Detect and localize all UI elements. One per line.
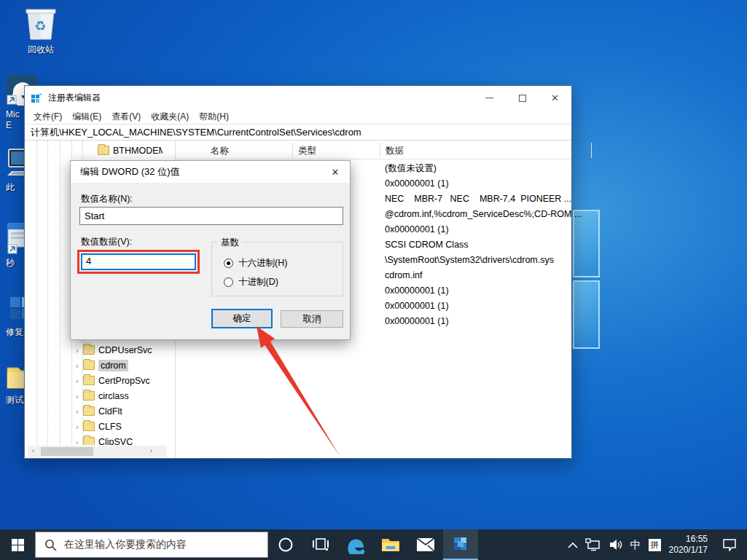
ok-button[interactable]: 确定 [211, 309, 273, 328]
taskbar-clock[interactable]: 16:55 2020/1/17 [665, 534, 712, 556]
mail-button[interactable] [408, 529, 443, 560]
minimize-button[interactable] [473, 86, 506, 110]
column-divider[interactable] [292, 143, 293, 158]
taskbar: 在这里输入你要搜索的内容 [0, 529, 747, 560]
regedit-taskbar-button[interactable] [443, 529, 478, 560]
list-header: 名称 类型 数据 [176, 141, 571, 159]
value-row-data[interactable]: 0x00000001 (1) [385, 299, 449, 314]
expand-chevron-icon[interactable]: › [76, 422, 83, 431]
windows-logo-icon [12, 539, 24, 551]
value-name-label: 数值名称(N): [81, 193, 133, 205]
maximize-button[interactable] [506, 86, 539, 110]
network-icon[interactable] [582, 529, 605, 560]
tray-chevron-up-icon[interactable] [564, 529, 582, 560]
scroll-left-icon[interactable]: ‹ [28, 447, 39, 454]
file-explorer-button[interactable] [373, 529, 408, 560]
edge-icon [346, 535, 365, 554]
folder-icon [83, 345, 95, 355]
value-row-data[interactable]: 0x00000001 (1) [385, 222, 449, 237]
expand-chevron-icon[interactable]: › [76, 392, 83, 401]
tree-item-clfs[interactable]: › CLFS [76, 419, 122, 434]
base-groupbox: 基数 十六进制(H) 十进制(D) [211, 242, 343, 296]
folder-icon [83, 422, 95, 431]
menu-file[interactable]: 文件(F) [34, 111, 62, 123]
tree-item-cldflt[interactable]: › CldFlt [76, 403, 122, 419]
expand-chevron-icon[interactable]: › [76, 346, 83, 355]
column-header-name[interactable]: 名称 [211, 145, 229, 157]
desktop-icon-recycle-bin[interactable]: ♻ 回收站 [16, 6, 66, 55]
desktop-icon-label: 回收站 [16, 44, 66, 55]
radio-hexadecimal[interactable]: 十六进制(H) [224, 257, 287, 269]
tree-item-cdrom[interactable]: › cdrom [76, 358, 128, 373]
menu-favorites[interactable]: 收藏夹(A) [151, 111, 189, 123]
tree-item-bthmodem[interactable]: BTHMODEM [98, 143, 163, 158]
value-name-input[interactable]: Start [79, 207, 343, 225]
menu-edit[interactable]: 编辑(E) [72, 111, 101, 123]
tree-guide-line [60, 141, 60, 445]
dialog-title: 编辑 DWORD (32 位)值 [80, 165, 180, 178]
menu-help[interactable]: 帮助(H) [199, 111, 229, 123]
value-row-data[interactable]: 0x00000001 (1) [385, 314, 449, 329]
svg-text:♻: ♻ [34, 19, 46, 33]
value-row-data[interactable]: NEC MBR-7 NEC MBR-7.4 PIONEER ... [385, 192, 571, 207]
scrollbar-thumb[interactable] [41, 447, 93, 456]
expand-chevron-icon[interactable]: › [76, 376, 83, 385]
tree-guide-line [36, 141, 37, 445]
ime-language-indicator[interactable]: 中 [627, 529, 645, 560]
expand-chevron-icon[interactable]: › [76, 361, 83, 370]
registry-address-bar[interactable]: 计算机\HKEY_LOCAL_MACHINE\SYSTEM\CurrentCon… [25, 124, 571, 141]
radio-decimal[interactable]: 十进制(D) [224, 276, 278, 288]
scroll-right-icon[interactable]: › [146, 447, 157, 454]
value-data-label: 数值数据(V): [81, 236, 132, 248]
value-row-data[interactable]: SCSI CDROM Class [385, 237, 469, 253]
radio-selected-icon [224, 259, 233, 268]
close-button[interactable]: ✕ [539, 86, 571, 110]
window-title: 注册表编辑器 [48, 92, 101, 104]
value-row-data[interactable]: @cdrom.inf,%cdrom_ServiceDesc%;CD-ROM ..… [385, 207, 582, 222]
recycle-bin-icon: ♻ [24, 6, 58, 41]
expand-chevron-icon[interactable]: › [76, 407, 83, 416]
clock-time: 16:55 [669, 534, 708, 545]
action-center-button[interactable] [712, 529, 747, 560]
value-row-data[interactable]: \SystemRoot\System32\drivers\cdrom.sys [385, 253, 554, 268]
tree-item-cdpusersvc[interactable]: › CDPUserSvc [76, 342, 152, 358]
value-row-data[interactable]: 0x00000001 (1) [385, 283, 449, 299]
edit-dword-dialog: 编辑 DWORD (32 位)值 ✕ 数值名称(N): Start 数值数据(V… [70, 160, 351, 340]
folder-icon [83, 437, 95, 445]
cortana-icon [278, 537, 294, 553]
search-icon [44, 539, 57, 551]
value-row-data[interactable]: (数值未设置) [385, 161, 437, 176]
menu-view[interactable]: 查看(V) [112, 111, 141, 123]
edge-taskbar-button[interactable] [338, 529, 373, 560]
clock-date: 2020/1/17 [669, 545, 708, 556]
column-divider[interactable] [591, 143, 592, 158]
action-center-icon [722, 538, 737, 551]
dialog-close-button[interactable]: ✕ [321, 161, 350, 183]
column-header-type[interactable]: 类型 [298, 145, 316, 157]
search-placeholder: 在这里输入你要搜索的内容 [64, 538, 187, 551]
column-divider[interactable] [380, 143, 380, 158]
wallpaper-windows-logo-pane [573, 280, 600, 349]
cortana-button[interactable] [268, 529, 303, 560]
regedit-app-icon [31, 92, 42, 104]
value-row-data[interactable]: 0x00000001 (1) [385, 176, 449, 192]
folder-icon [83, 391, 95, 401]
volume-icon[interactable] [605, 529, 627, 560]
start-button[interactable] [0, 529, 35, 560]
tree-item-circlass[interactable]: › circlass [76, 388, 129, 403]
expand-chevron-icon[interactable]: › [76, 438, 83, 446]
ime-mode-indicator[interactable]: 拼 [645, 529, 665, 560]
dialog-titlebar[interactable]: 编辑 DWORD (32 位)值 ✕ [71, 161, 350, 183]
value-row-data[interactable]: cdrom.inf [385, 268, 422, 283]
column-header-data[interactable]: 数据 [386, 145, 404, 157]
task-view-button[interactable] [303, 529, 338, 560]
tree-item-certpropsvc[interactable]: › CertPropSvc [76, 373, 150, 388]
tree-guide-line [47, 141, 48, 445]
tree-item-clipsvc[interactable]: › ClipSVC [76, 434, 133, 445]
taskbar-search-input[interactable]: 在这里输入你要搜索的内容 [35, 532, 268, 558]
cancel-button[interactable]: 取消 [281, 310, 343, 328]
value-data-input[interactable]: 4 [81, 253, 196, 270]
folder-icon [83, 406, 95, 416]
regedit-titlebar[interactable]: 注册表编辑器 ✕ [25, 86, 571, 110]
tree-horizontal-scrollbar[interactable]: ‹ › [28, 446, 167, 457]
